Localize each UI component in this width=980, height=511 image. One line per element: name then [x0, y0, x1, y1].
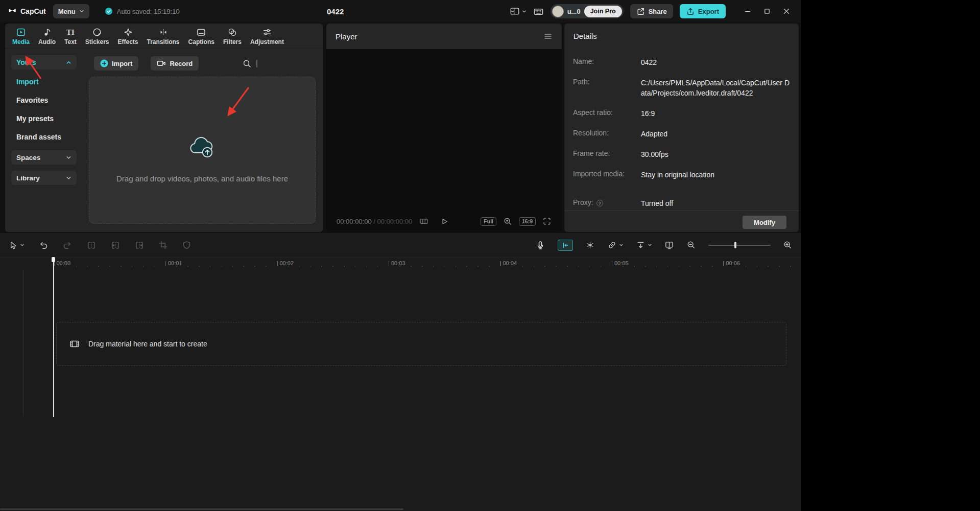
- tab-stickers[interactable]: Stickers: [85, 27, 109, 45]
- playhead-handle[interactable]: [52, 257, 55, 262]
- detail-row-proxy: Proxy:?Turned off: [573, 198, 790, 208]
- sidebar-item-import[interactable]: Import: [5, 73, 83, 91]
- fullscreen-button[interactable]: [542, 217, 552, 226]
- svg-text:TI: TI: [66, 28, 75, 36]
- chevron-down-icon: [522, 9, 527, 14]
- zoom-in-button[interactable]: [783, 240, 793, 250]
- tab-media[interactable]: Media: [12, 27, 30, 45]
- cursor-icon: [8, 240, 18, 250]
- linked-selection-button[interactable]: [607, 240, 624, 250]
- ruler-label: 00:01: [165, 260, 182, 266]
- share-icon: [636, 7, 645, 16]
- preview-axis-icon: [664, 240, 674, 250]
- auto-scroll-button[interactable]: [636, 240, 652, 250]
- zoom-out-button[interactable]: [686, 240, 696, 250]
- select-tool-button[interactable]: [8, 240, 25, 250]
- main-track-magnet-toggle[interactable]: [558, 240, 573, 251]
- autosave-status: Auto saved: 15:19:10: [105, 7, 180, 15]
- player-panel: Player 00:00:00:00 / 00:00:00:00: [326, 24, 562, 232]
- panel-layout-button[interactable]: [510, 6, 527, 16]
- tab-text[interactable]: TIText: [64, 27, 77, 45]
- maximize-icon: [763, 8, 771, 15]
- sidebar-item-brand-assets[interactable]: Brand assets: [5, 128, 83, 146]
- auto-ripple-button[interactable]: [585, 240, 595, 250]
- sidebar-item-favorites[interactable]: Favorites: [5, 91, 83, 109]
- stickers-icon: [92, 27, 102, 37]
- player-title: Player: [336, 32, 357, 41]
- avatar[interactable]: [552, 6, 564, 17]
- sidebar-section-yours[interactable]: Yours: [11, 55, 77, 69]
- ruler-label: 00:06: [723, 260, 740, 266]
- tab-audio[interactable]: Audio: [38, 27, 56, 45]
- tab-transitions[interactable]: Transitions: [147, 27, 180, 45]
- aspect-ratio-button[interactable]: 16:9: [519, 217, 536, 226]
- media-dropzone[interactable]: Drag and drop videos, photos, and audio …: [89, 77, 316, 224]
- chevron-down-icon: [648, 243, 652, 247]
- user-account[interactable]: u...0 Join Pro: [551, 4, 624, 18]
- sidebar-item-my-presets[interactable]: My presets: [5, 109, 83, 128]
- tab-captions[interactable]: Captions: [188, 27, 214, 45]
- cloud-upload-icon: [187, 133, 217, 159]
- details-rows: Name:0422Path:C:/Users/PMLS/AppData/Loca…: [573, 57, 790, 219]
- ruler-label: 00:00: [54, 260, 70, 266]
- workspace: MediaAudioTITextStickersEffectsTransitio…: [0, 22, 801, 233]
- capcut-window: CapCut Menu Auto saved: 15:19:10 0422: [0, 0, 801, 511]
- preview-axis-button[interactable]: [664, 240, 674, 250]
- close-icon: [783, 8, 790, 15]
- sidebar-items: ImportFavoritesMy presetsBrand assets: [5, 73, 83, 146]
- tab-effects[interactable]: Effects: [118, 27, 138, 45]
- play-button[interactable]: [439, 217, 449, 226]
- chevron-up-icon: [66, 60, 71, 65]
- sidebar-dropdown-spaces[interactable]: Spaces: [11, 150, 77, 165]
- detail-row-path: Path:C:/Users/PMLS/AppData/Local/CapCut/…: [573, 78, 790, 98]
- dropzone-hint: Drag and drop videos, photos, and audio …: [116, 174, 288, 183]
- tab-adjustment[interactable]: Adjustment: [250, 27, 284, 45]
- import-button[interactable]: Import: [94, 56, 138, 71]
- delete-left-button[interactable]: [110, 240, 121, 250]
- tab-filters[interactable]: Filters: [223, 27, 242, 45]
- detail-row-resolution: Resolution:Adapted: [573, 129, 790, 139]
- delete-right-icon: [134, 240, 145, 250]
- delete-right-button[interactable]: [134, 240, 145, 250]
- player-menu-button[interactable]: [543, 32, 553, 41]
- timeline-ruler[interactable]: 00:0000:0100:0200:0300:0400:0500:06: [0, 258, 801, 271]
- voiceover-button[interactable]: [535, 240, 545, 250]
- keyboard-shortcuts-button[interactable]: [533, 6, 544, 17]
- mask-button[interactable]: [182, 240, 192, 250]
- sidebar-dropdown-library[interactable]: Library: [11, 171, 77, 185]
- film-frames-icon: [419, 217, 428, 226]
- redo-icon: [62, 240, 73, 250]
- undo-button[interactable]: [38, 240, 49, 250]
- export-button[interactable]: Export: [680, 4, 726, 18]
- microphone-icon: [535, 240, 545, 250]
- menu-button[interactable]: Menu: [53, 4, 89, 18]
- modify-button[interactable]: Modify: [743, 216, 786, 229]
- maximize-button[interactable]: [759, 3, 775, 19]
- full-quality-button[interactable]: Full: [481, 217, 496, 226]
- detail-row-framerate: Frame rate:30.00fps: [573, 149, 790, 159]
- zoom-slider-thumb[interactable]: [734, 242, 736, 248]
- help-icon[interactable]: ?: [596, 200, 603, 206]
- details-footer: Modify: [564, 211, 799, 232]
- window-controls: [739, 3, 795, 19]
- horizontal-scrollbar[interactable]: [0, 508, 403, 510]
- redo-button[interactable]: [62, 240, 73, 250]
- split-button[interactable]: [86, 240, 97, 250]
- app-name: CapCut: [20, 7, 46, 15]
- play-icon: [439, 217, 449, 226]
- frame-view-button[interactable]: [419, 217, 428, 226]
- panel-layout-icon: [510, 6, 520, 16]
- zoom-slider[interactable]: [708, 242, 771, 248]
- timecode: 00:00:00:00 / 00:00:00:00: [337, 218, 412, 225]
- search-button[interactable]: [243, 59, 251, 68]
- playhead[interactable]: [53, 258, 54, 417]
- share-button[interactable]: Share: [630, 4, 673, 18]
- record-button[interactable]: Record: [151, 56, 199, 71]
- minimize-button[interactable]: [739, 3, 756, 19]
- crop-button[interactable]: [158, 240, 168, 250]
- join-pro-button[interactable]: Join Pro: [584, 6, 622, 17]
- empty-track-dropzone[interactable]: Drag material here and start to create: [56, 322, 786, 366]
- zoom-fit-button[interactable]: [503, 217, 512, 226]
- close-button[interactable]: [778, 3, 795, 19]
- auto-scroll-icon: [636, 240, 646, 250]
